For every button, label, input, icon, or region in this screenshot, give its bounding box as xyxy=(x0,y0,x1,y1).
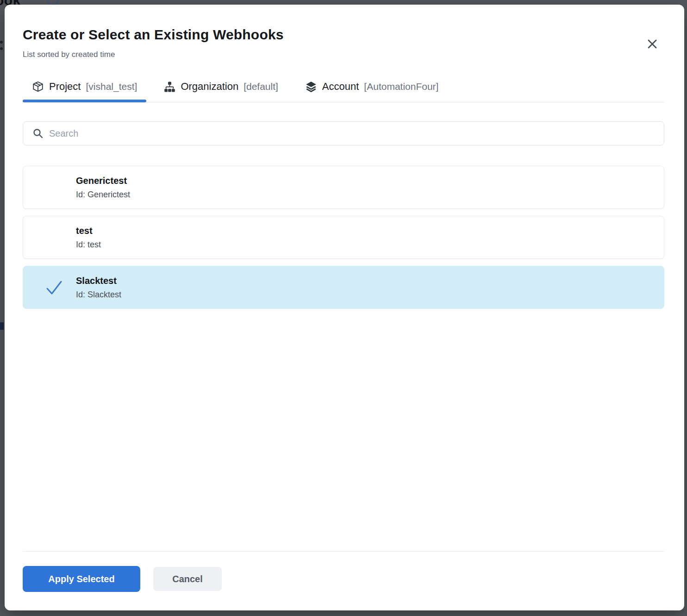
webhook-list: Generictest Id: Generictest test Id: tes… xyxy=(23,166,664,309)
webhook-select-dialog: Create or Select an Existing Webhooks Li… xyxy=(5,5,684,610)
webhook-name: test xyxy=(76,226,664,236)
tab-account[interactable]: Account [AutomationFour] xyxy=(296,81,448,102)
search-icon xyxy=(32,128,44,139)
tab-project[interactable]: Project [vishal_test] xyxy=(23,81,146,102)
tab-label: Project xyxy=(49,81,81,93)
close-icon xyxy=(647,38,658,50)
background-dot xyxy=(0,47,3,50)
tab-context: [default] xyxy=(244,81,278,92)
list-item-generictest[interactable]: Generictest Id: Generictest xyxy=(23,166,664,209)
checkmark-icon xyxy=(44,278,65,297)
scope-tabs: Project [vishal_test] Organization [defa… xyxy=(23,81,664,102)
list-item-slacktest[interactable]: Slacktest Id: Slacktest xyxy=(23,266,664,309)
webhook-name: Generictest xyxy=(76,176,664,186)
search-input[interactable] xyxy=(23,121,664,145)
cube-icon xyxy=(32,81,44,93)
sitemap-icon xyxy=(164,81,175,93)
search-bar xyxy=(23,121,664,145)
close-button[interactable] xyxy=(644,36,660,52)
background-dot xyxy=(0,41,3,44)
webhook-id: Id: Generictest xyxy=(76,190,664,200)
apply-selected-button[interactable]: Apply Selected xyxy=(23,566,140,592)
webhook-id: Id: Slacktest xyxy=(76,290,664,300)
tab-context: [AutomationFour] xyxy=(364,81,438,92)
page-title: Create or Select an Existing Webhooks xyxy=(23,27,664,43)
list-item-test[interactable]: test Id: test xyxy=(23,216,664,259)
dialog-subtitle: List sorted by created time xyxy=(23,50,664,59)
webhook-name: Slacktest xyxy=(76,276,664,286)
tab-context: [vishal_test] xyxy=(86,81,137,92)
tab-label: Organization xyxy=(181,81,238,93)
tab-label: Account xyxy=(322,81,359,93)
tab-organization[interactable]: Organization [default] xyxy=(155,81,287,102)
layers-icon xyxy=(305,81,317,93)
webhook-id: Id: test xyxy=(76,240,664,250)
dialog-footer: Apply Selected Cancel xyxy=(23,551,664,610)
cancel-button[interactable]: Cancel xyxy=(153,567,222,591)
background-fragment xyxy=(0,322,4,330)
